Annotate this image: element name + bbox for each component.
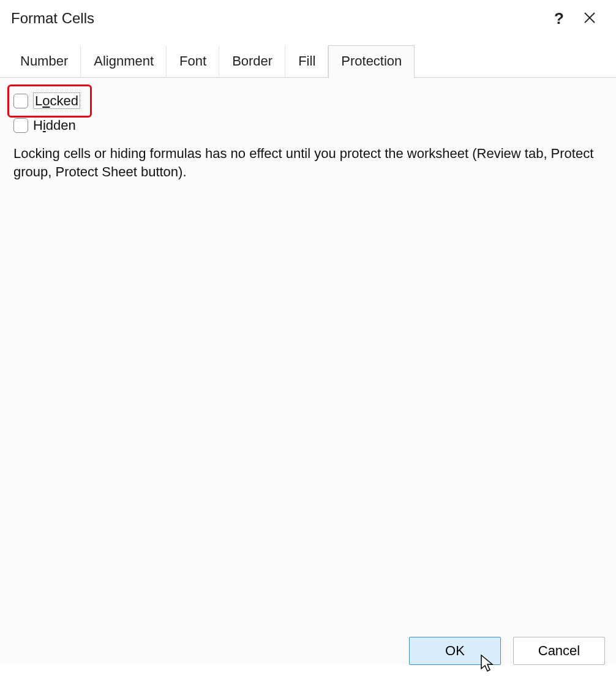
label-accel: o — [42, 93, 50, 108]
close-button[interactable] — [574, 3, 605, 34]
close-icon — [584, 9, 596, 28]
dialog-footer: OK Cancel — [409, 637, 605, 665]
tab-label: Font — [179, 53, 206, 69]
protection-panel: Locked Hidden Locking cells or hiding fo… — [0, 78, 616, 664]
cancel-button[interactable]: Cancel — [513, 637, 605, 665]
tab-label: Number — [20, 53, 68, 69]
ok-button[interactable]: OK — [409, 637, 501, 665]
label-pre: L — [35, 93, 42, 108]
tab-label: Protection — [341, 53, 402, 69]
titlebar: Format Cells ? — [0, 0, 616, 37]
help-button[interactable]: ? — [544, 3, 574, 34]
protection-hint: Locking cells or hiding formulas has no … — [13, 145, 601, 182]
tab-fill[interactable]: Fill — [285, 45, 328, 78]
hidden-row: Hidden — [13, 118, 603, 133]
tab-label: Alignment — [94, 53, 154, 69]
tab-label: Fill — [298, 53, 315, 69]
locked-label[interactable]: Locked — [33, 93, 80, 109]
locked-row: Locked — [13, 93, 603, 109]
locked-label-focus: Locked — [33, 92, 80, 109]
tab-protection[interactable]: Protection — [328, 45, 415, 78]
label-pre: H — [33, 118, 43, 133]
label-post: dden — [46, 118, 76, 133]
tab-number[interactable]: Number — [7, 45, 81, 78]
tab-alignment[interactable]: Alignment — [81, 45, 167, 78]
hidden-label[interactable]: Hidden — [33, 118, 76, 133]
label-post: cked — [50, 93, 78, 108]
tab-font[interactable]: Font — [167, 45, 219, 78]
hidden-checkbox[interactable] — [13, 118, 28, 133]
tab-label: Border — [232, 53, 272, 69]
tabstrip: Number Alignment Font Border Fill Protec… — [0, 37, 616, 78]
format-cells-dialog: Format Cells ? Number Alignment Font Bor… — [0, 0, 616, 676]
tab-border[interactable]: Border — [219, 45, 285, 78]
dialog-title: Format Cells — [11, 10, 544, 27]
locked-checkbox[interactable] — [13, 94, 28, 108]
